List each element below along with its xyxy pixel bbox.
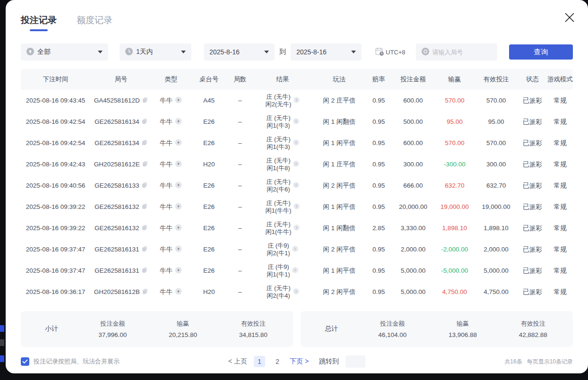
play-video-icon[interactable] xyxy=(175,139,182,147)
valid-bet-cell: 5,000.00 xyxy=(475,260,518,281)
rounds-cell: – xyxy=(227,132,252,154)
copy-icon[interactable] xyxy=(142,139,147,147)
result-cell: 庄 (无牛)闲1(牛牛)i xyxy=(252,217,313,239)
odds-cell: 0.95 xyxy=(366,239,392,260)
copy-icon[interactable] xyxy=(142,267,147,275)
play-video-icon[interactable] xyxy=(175,267,182,275)
odds-cell: 0.95 xyxy=(366,111,392,132)
info-icon[interactable]: i xyxy=(293,182,299,190)
time-range-select[interactable]: 1天内 xyxy=(120,43,191,60)
info-icon[interactable]: i xyxy=(293,118,299,126)
bet-amount-cell: 300.00 xyxy=(392,154,435,175)
total-box: 总计 投注金额46,104.00 输赢13,906.88 有效投注42,882.… xyxy=(301,311,573,347)
info-icon[interactable]: i xyxy=(294,97,300,104)
info-icon[interactable]: i xyxy=(293,288,299,296)
mode-cell: 常规 xyxy=(547,111,573,132)
time-cell: 2025-08-16 09:42:54 xyxy=(21,132,90,154)
pagination: < 上页 1 2 下页 > 跳转到 xyxy=(228,355,365,368)
checkbox-checked-icon[interactable] xyxy=(21,357,29,366)
result-cell: 庄 (无牛)闲2(牛4)i xyxy=(252,281,313,302)
page-1-button[interactable]: 1 xyxy=(254,356,265,367)
svg-text:i: i xyxy=(295,162,296,166)
subtotal-bet-label: 投注金额 xyxy=(78,320,148,328)
total-win-value: 13,906.88 xyxy=(428,331,498,338)
copy-icon[interactable] xyxy=(142,246,147,253)
play-video-icon[interactable] xyxy=(175,96,182,105)
play-cell: 闲 2 闲平倍 xyxy=(313,239,366,260)
merge-toggle[interactable]: 投注记录按照局、玩法合并展示 xyxy=(21,357,120,366)
info-icon[interactable]: i xyxy=(292,267,298,275)
tab-quota-records[interactable]: 额度记录 xyxy=(77,14,112,31)
copy-icon[interactable] xyxy=(142,225,147,232)
type-cell: 牛牛 xyxy=(151,111,190,132)
copy-icon[interactable] xyxy=(142,97,148,104)
odds-cell: 0.95 xyxy=(366,132,392,154)
category-select[interactable]: 全部 xyxy=(21,43,108,60)
bet-amount-cell: 20,000.00 xyxy=(392,196,435,217)
play-video-icon[interactable] xyxy=(175,203,182,211)
play-cell: 闲 1 闲平倍 xyxy=(313,260,366,281)
tab-bet-records[interactable]: 投注记录 xyxy=(21,14,57,31)
rounds-cell: – xyxy=(227,111,252,132)
result-cell: 庄 (无牛)闲2(牛6)i xyxy=(252,175,313,196)
jump-to-input[interactable] xyxy=(346,355,365,368)
type-cell: 牛牛 xyxy=(151,281,190,302)
time-cell: 2025-08-16 09:43:45 xyxy=(21,90,90,111)
table-row: 2025-08-16 09:42:54 GE2625816134 牛牛 E26 … xyxy=(21,111,573,132)
play-video-icon[interactable] xyxy=(175,224,182,233)
valid-bet-cell: 1,898.10 xyxy=(475,217,518,239)
round-search-input[interactable] xyxy=(432,49,489,56)
table-row: 2025-08-16 09:39:22 GE2625816132 牛牛 E26 … xyxy=(21,217,573,239)
play-video-icon[interactable] xyxy=(175,160,182,169)
result-cell: 庄 (牛9)闲1(牛1)i xyxy=(252,260,313,281)
status-cell: 已派彩 xyxy=(518,281,547,302)
win-cell: -2,000.00 xyxy=(434,239,475,260)
query-button[interactable]: 查询 xyxy=(509,44,573,60)
status-cell: 已派彩 xyxy=(518,111,547,132)
copy-icon[interactable] xyxy=(142,203,147,211)
info-icon[interactable]: i xyxy=(294,225,300,232)
mode-cell: 常规 xyxy=(547,90,573,111)
date-from-picker[interactable]: 2025-8-16 xyxy=(204,43,275,60)
type-cell: 牛牛 xyxy=(151,154,190,175)
col-rounds: 局数 xyxy=(227,69,252,90)
info-icon[interactable]: i xyxy=(293,139,299,147)
round-cell: GA452581612D xyxy=(90,90,151,111)
summary-bar: 小计 投注金额37,996.00 输赢20,215.80 有效投注34,815.… xyxy=(21,311,573,347)
play-video-icon[interactable] xyxy=(175,245,182,254)
result-cell: 庄 (无牛)闲1(牛8)i xyxy=(252,154,313,175)
record-stats: 共16条 每页显示10条记录 xyxy=(504,358,573,366)
table-no-cell: E26 xyxy=(190,132,227,154)
copy-icon[interactable] xyxy=(142,118,147,126)
result-cell: 庄 (无牛)闲1(牛牛)i xyxy=(252,196,313,217)
info-icon[interactable]: i xyxy=(292,246,298,253)
table-row: 2025-08-16 09:43:45 GA452581612D 牛牛 A45 … xyxy=(21,90,573,111)
status-cell: 已派彩 xyxy=(518,175,547,196)
subtotal-bet-value: 37,996.00 xyxy=(78,331,148,338)
info-icon[interactable]: i xyxy=(294,203,300,211)
mode-cell: 常规 xyxy=(547,260,573,281)
date-to-picker[interactable]: 2025-8-16 xyxy=(291,43,362,60)
table-no-cell: E26 xyxy=(190,111,227,132)
close-icon[interactable] xyxy=(563,11,576,24)
valid-bet-cell: 570.00 xyxy=(475,132,518,154)
svg-text:i: i xyxy=(295,268,296,272)
valid-bet-cell: 632.70 xyxy=(475,175,518,196)
valid-bet-cell: 570.00 xyxy=(475,90,518,111)
status-cell: 已派彩 xyxy=(518,196,547,217)
page-2-button[interactable]: 2 xyxy=(272,356,283,367)
play-video-icon[interactable] xyxy=(175,118,182,126)
mode-cell: 常规 xyxy=(547,132,573,154)
copy-icon[interactable] xyxy=(142,161,148,168)
prev-page-button[interactable]: < 上页 xyxy=(228,357,247,366)
copy-icon[interactable] xyxy=(142,288,148,296)
next-page-button[interactable]: 下页 > xyxy=(290,357,309,366)
rounds-cell: – xyxy=(227,260,252,281)
copy-icon[interactable] xyxy=(142,182,147,190)
play-video-icon[interactable] xyxy=(175,288,182,296)
table-no-cell: H20 xyxy=(190,281,227,302)
info-icon[interactable]: i xyxy=(293,161,299,168)
clock-icon xyxy=(125,48,133,57)
svg-text:i: i xyxy=(295,140,296,145)
play-video-icon[interactable] xyxy=(175,181,182,190)
